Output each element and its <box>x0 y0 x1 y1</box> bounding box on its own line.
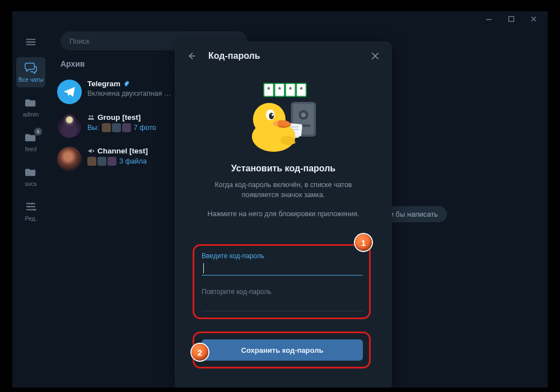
svg-text:*: * <box>267 85 270 94</box>
telegram-icon <box>62 85 77 99</box>
folder-edit[interactable]: Ред. <box>16 196 45 226</box>
text-caret <box>203 263 204 273</box>
close-button[interactable] <box>368 49 382 63</box>
modal-title: Код-пароль <box>208 51 358 61</box>
svg-point-3 <box>28 206 30 208</box>
verified-icon <box>123 80 130 87</box>
folder-label: admin <box>23 111 39 118</box>
media-thumbs <box>102 123 131 132</box>
passcode-modal: Код-пароль * * * * <box>175 41 392 388</box>
back-button[interactable] <box>185 49 198 63</box>
you-prefix: Вы: <box>87 124 99 132</box>
chats-icon <box>24 62 38 74</box>
window-maximize-button[interactable] <box>505 15 517 24</box>
search-placeholder: Поиск <box>69 37 90 45</box>
app-window: Все чаты admin 6 feed svcs Ред. Поиск Ар… <box>12 11 548 388</box>
passcode-sticker: * * * * <box>175 78 392 157</box>
chat-title: Group [test] <box>97 113 141 122</box>
svg-rect-1 <box>509 17 514 22</box>
repeat-passcode-group: Повторите код-пароль <box>202 288 363 311</box>
svg-point-16 <box>301 113 306 117</box>
repeat-passcode-input[interactable] <box>202 297 363 311</box>
folder-label: Все чаты <box>18 76 43 83</box>
svg-rect-0 <box>486 19 492 20</box>
svg-text:*: * <box>278 85 281 94</box>
folder-label: Ред. <box>25 215 36 222</box>
sliders-icon <box>24 200 38 213</box>
window-minimize-button[interactable] <box>483 15 495 24</box>
modal-desc-2: Нажмите на него для блокировки приложени… <box>207 209 360 220</box>
chat-title: Telegram <box>87 80 120 88</box>
group-icon <box>87 114 95 121</box>
close-icon <box>370 51 380 61</box>
enter-passcode-label: Введите код-пароль <box>202 252 363 260</box>
repeat-passcode-label: Повторите код-пароль <box>202 288 363 296</box>
avatar <box>57 80 82 104</box>
step-marker-2: 2 <box>192 344 208 361</box>
avatar <box>57 113 82 138</box>
modal-header: Код-пароль <box>175 41 392 71</box>
media-count: 3 файла <box>119 157 147 165</box>
menu-button[interactable] <box>16 32 45 53</box>
folder-icon <box>24 96 38 109</box>
media-count: 7 фото <box>134 124 156 132</box>
folder-icon <box>24 166 38 178</box>
chat-title: Channel [test] <box>97 147 148 155</box>
svg-point-2 <box>31 203 34 205</box>
enter-passcode-input[interactable] <box>202 261 363 276</box>
enter-passcode-group: Введите код-пароль <box>202 252 363 276</box>
folder-label: svcs <box>25 180 37 187</box>
unread-badge: 6 <box>34 128 42 136</box>
folder-label: feed <box>25 146 36 152</box>
folder-admin[interactable]: admin <box>16 92 45 122</box>
step-marker-1: 1 <box>355 234 372 251</box>
svg-point-25 <box>272 114 273 116</box>
megaphone-icon <box>87 147 95 155</box>
duck-sticker-icon: * * * * <box>239 82 328 153</box>
folder-svcs[interactable]: svcs <box>16 161 45 192</box>
svg-point-4 <box>34 209 36 211</box>
save-passcode-button[interactable]: Сохранить код-пароль <box>202 339 363 361</box>
folder-feed[interactable]: 6 feed <box>16 127 45 157</box>
modal-desc-1: Когда код-пароль включён, в списке чатов… <box>207 180 360 200</box>
arrow-left-icon <box>186 51 197 61</box>
title-bar <box>12 11 548 27</box>
archive-header: Архив <box>60 59 85 68</box>
modal-heading: Установить код-пароль <box>175 164 392 174</box>
window-close-button[interactable] <box>528 15 540 24</box>
svg-text:*: * <box>289 85 292 94</box>
chat-subtitle: Включена двухэтапная … <box>87 90 171 97</box>
svg-point-24 <box>269 113 274 119</box>
folder-all-chats[interactable]: Все чаты <box>16 57 45 87</box>
save-button-label: Сохранить код-пароль <box>241 346 324 354</box>
media-thumbs <box>87 157 116 166</box>
avatar <box>57 147 82 171</box>
svg-text:*: * <box>300 85 303 94</box>
folder-rail: Все чаты admin 6 feed svcs Ред. <box>12 27 49 388</box>
